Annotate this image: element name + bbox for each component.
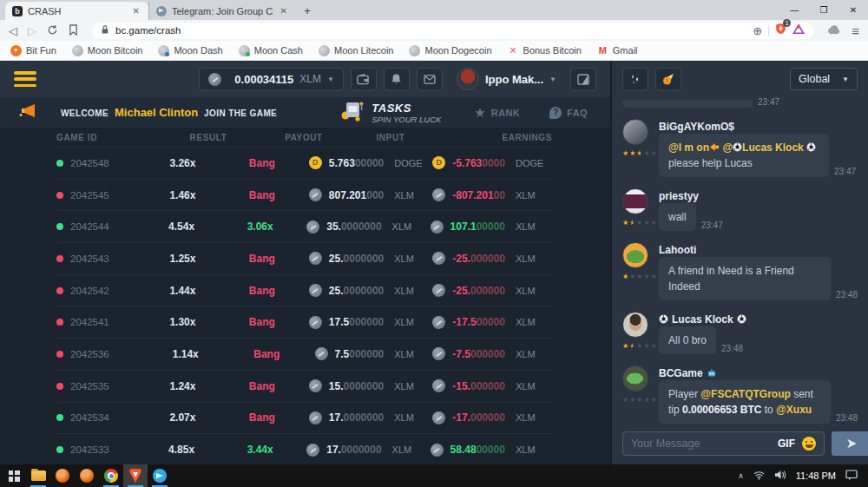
result-multiplier: 4.54x: [149, 220, 214, 233]
game-history-row[interactable]: 2042535 1.24x Bang 15.0000000 XLM -15.00…: [56, 370, 554, 402]
rain-button[interactable]: [622, 68, 648, 91]
game-history-row[interactable]: 2042534 2.07x Bang 17.0000000 XLM -17.00…: [56, 402, 554, 434]
cloud-extension-icon[interactable]: [827, 23, 841, 38]
minimize-button[interactable]: —: [779, 0, 809, 19]
game-history-row[interactable]: 2042545 1.46x Bang 807.201000 XLM -807.2…: [56, 179, 554, 211]
browser-tab[interactable]: Telegram: Join Group Chat ✕: [148, 2, 296, 20]
bookmark-label: Moon Dogecoin: [424, 45, 491, 56]
chat-bubble: Player @FSCATQTGroup sent tip 0.00006653…: [659, 380, 831, 424]
tab-close-icon[interactable]: ✕: [279, 6, 289, 16]
messages-button[interactable]: [417, 68, 443, 91]
bookmark-item[interactable]: Moon Bitcoin: [72, 45, 143, 56]
user-avatar[interactable]: [622, 119, 648, 145]
coin-drop-button[interactable]: B: [655, 68, 681, 91]
wifi-icon[interactable]: [753, 468, 765, 484]
bookmark-icon[interactable]: [69, 24, 78, 37]
chrome-icon[interactable]: [99, 464, 123, 487]
menu-hamburger-icon[interactable]: [14, 71, 36, 87]
tasks-link[interactable]: TASKS SPIN YOUR LUCK: [340, 99, 441, 126]
emoji-button[interactable]: [802, 437, 816, 451]
game-history-row[interactable]: 2042548 3.26x Bang D 5.76300000 DOGE D -…: [56, 147, 554, 179]
brave-shield-icon[interactable]: 1: [775, 23, 786, 38]
browser-tab[interactable]: b CRASH ✕: [5, 2, 148, 20]
user-menu[interactable]: Ippo Mak... ▼: [457, 68, 556, 90]
bookmark-item[interactable]: ✕ Bonus Bitcoin: [508, 45, 582, 56]
page-action-icon[interactable]: ⊕: [753, 25, 762, 36]
chat-username[interactable]: BiGgAYKomO$: [659, 119, 858, 134]
channel-select[interactable]: Global ▼: [790, 68, 858, 90]
input-amount: 17.5000000 XLM: [309, 316, 432, 329]
game-history-row[interactable]: 2042543 1.25x Bang 25.0000000 XLM -25.00…: [56, 242, 554, 274]
bookmark-item[interactable]: Moon Cash: [239, 45, 303, 56]
balance-selector[interactable]: 0.00034115 XLM ▼: [199, 68, 344, 91]
rank-link[interactable]: ★ RANK: [474, 105, 520, 121]
chat-username[interactable]: priestyy: [659, 188, 858, 203]
earnings-amount: -807.20100 XLM: [432, 188, 554, 201]
column-header: RESULT: [169, 133, 247, 142]
orange-app-icon[interactable]: [75, 464, 99, 487]
send-button[interactable]: [832, 431, 868, 456]
brave-icon[interactable]: [123, 464, 148, 487]
lock-icon: [101, 23, 109, 38]
gif-button[interactable]: GIF: [778, 438, 795, 450]
bookmark-item[interactable]: + Bit Fun: [10, 45, 56, 56]
chat-username[interactable]: BCGame: [659, 365, 858, 380]
notification-center-icon[interactable]: [845, 468, 858, 484]
user-avatar[interactable]: [622, 242, 648, 268]
volume-icon[interactable]: [774, 468, 786, 484]
user-avatar[interactable]: [622, 365, 648, 392]
bookmark-item[interactable]: Moon Litecoin: [319, 45, 394, 56]
reload-icon[interactable]: [47, 24, 58, 37]
chat-toggle-button[interactable]: [570, 68, 596, 91]
soccer-icon: [733, 142, 742, 152]
faq-link[interactable]: ? FAQ: [549, 107, 588, 119]
message-field[interactable]: GIF: [622, 431, 825, 456]
forward-icon[interactable]: ▷: [28, 25, 36, 36]
new-tab-button[interactable]: +: [296, 2, 319, 20]
tab-close-icon[interactable]: ✕: [131, 6, 141, 16]
input-amount: 25.0000000 XLM: [309, 284, 432, 297]
notifications-button[interactable]: [384, 68, 410, 91]
game-history-row[interactable]: 2042542 1.44x Bang 25.0000000 XLM -25.00…: [56, 274, 554, 306]
game-history-row[interactable]: 2042536 1.14x Bang 7.5000000 XLM -7.5000…: [56, 338, 554, 370]
currency-label: XLM: [394, 381, 432, 392]
bookmark-label: Moon Bitcoin: [88, 45, 143, 56]
bookmark-item[interactable]: Moon Dash: [158, 45, 222, 56]
orange-app-icon[interactable]: [50, 464, 75, 487]
result-multiplier: 2.07x: [150, 411, 215, 424]
game-status-dot: [56, 351, 63, 358]
chat-username[interactable]: Lahooti: [659, 242, 858, 257]
bookmark-item[interactable]: Moon Dogecoin: [409, 45, 491, 56]
telegram-icon[interactable]: [148, 464, 172, 487]
menu-icon[interactable]: ≡: [852, 24, 859, 37]
maximize-button[interactable]: ❐: [809, 0, 838, 19]
game-history-row[interactable]: 2042541 1.30x Bang 17.5000000 XLM -17.50…: [56, 306, 554, 338]
bookmark-item[interactable]: M Gmail: [597, 45, 638, 56]
user-avatar[interactable]: [622, 312, 648, 338]
game-history-row[interactable]: 2042544 4.54x 3.06x 35.0000000 XLM 107.1…: [56, 210, 554, 242]
result-multiplier: 1.14x: [153, 348, 220, 360]
tab-favicon: [156, 6, 167, 16]
chat-bubble: @I m on @Lucas Klock please help Lucas: [659, 134, 829, 177]
back-icon[interactable]: ◁: [9, 25, 17, 36]
message-input[interactable]: [631, 438, 771, 450]
start-button[interactable]: [2, 464, 26, 487]
coin-icon: [306, 444, 319, 457]
bat-rewards-icon[interactable]: [792, 23, 805, 38]
currency-label: XLM: [516, 412, 554, 423]
chat-timestamp: 23:47: [758, 97, 779, 108]
user-avatar[interactable]: [622, 188, 648, 214]
currency-label: XLM: [516, 349, 554, 359]
chat-username[interactable]: Lucas Klock: [659, 312, 858, 326]
currency-label: XLM: [516, 444, 554, 455]
close-button[interactable]: ✕: [838, 0, 868, 19]
game-history-row[interactable]: 2042533 4.85x 3.44x 17.0000000 XLM 58.48…: [56, 433, 554, 464]
url-field[interactable]: bc.game/crash ⊕ 1: [92, 23, 813, 39]
file-explorer-icon[interactable]: [26, 464, 50, 487]
chat-bubble: [622, 100, 753, 108]
clock[interactable]: 11:48 PM: [796, 471, 836, 481]
wallet-button[interactable]: [351, 68, 377, 91]
game-id: 2042545: [70, 190, 109, 201]
input-amount: 35.0000000 XLM: [306, 220, 430, 234]
tray-expand-icon[interactable]: ∧: [738, 471, 744, 480]
